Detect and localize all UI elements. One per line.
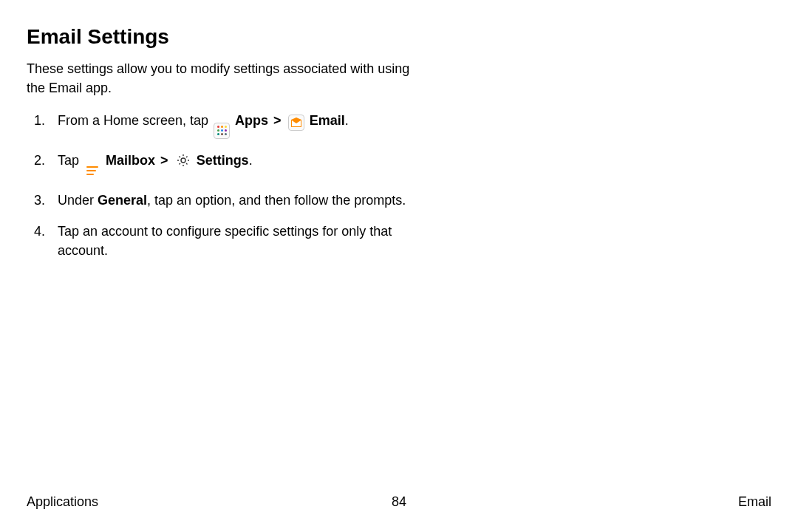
intro-text: These settings allow you to modify setti…: [27, 59, 426, 98]
step-2: Tap Mailbox > Settings.: [27, 151, 440, 179]
footer-right: Email: [738, 494, 771, 510]
general-label: General: [98, 193, 147, 208]
step3-pre: Under: [58, 193, 98, 208]
step1-period: .: [345, 113, 349, 128]
step-3: Under General, tap an option, and then f…: [27, 191, 440, 210]
page-title: Email Settings: [27, 25, 771, 49]
email-label: Email: [310, 113, 345, 128]
mailbox-icon: [84, 163, 100, 179]
apps-icon: [214, 123, 230, 139]
step2-period: .: [249, 153, 253, 168]
steps-list: From a Home screen, tap Apps > Email. Ta…: [27, 111, 440, 260]
step1-pre: From a Home screen, tap: [58, 113, 212, 128]
page-number: 84: [392, 494, 406, 510]
step3-rest: , tap an option, and then follow the pro…: [147, 193, 406, 208]
chevron-icon: >: [160, 151, 168, 170]
step-4: Tap an account to configure specific set…: [27, 222, 440, 260]
settings-icon: [175, 152, 191, 168]
page-footer: Applications 84 Email: [27, 494, 771, 510]
svg-point-0: [181, 158, 185, 163]
step2-pre: Tap: [58, 153, 83, 168]
email-icon: [288, 115, 304, 131]
footer-left: Applications: [27, 494, 98, 510]
apps-label: Apps: [235, 113, 268, 128]
settings-label: Settings: [197, 153, 249, 168]
mailbox-label: Mailbox: [106, 153, 155, 168]
step-1: From a Home screen, tap Apps > Email.: [27, 111, 440, 139]
chevron-icon: >: [273, 111, 282, 130]
